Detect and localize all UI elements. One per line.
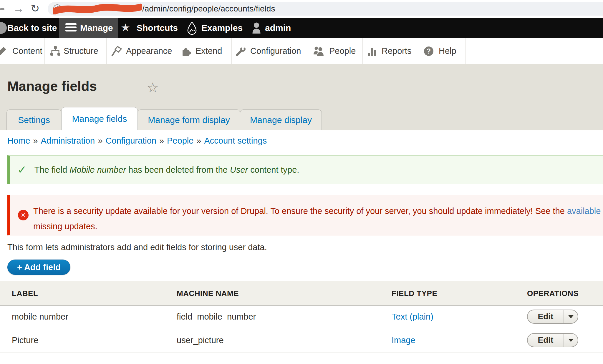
field-machine-name: field_mobile_number (177, 306, 256, 328)
menu-item-extend[interactable]: Extend (196, 38, 222, 64)
breadcrumb-administration[interactable]: Administration (41, 136, 95, 145)
breadcrumb-separator: » (156, 136, 167, 145)
breadcrumb: Home»Administration»Configuration»People… (7, 136, 267, 146)
breadcrumb-separator: » (193, 136, 204, 145)
back-to-site-icon (0, 22, 7, 34)
tab-manage-form-display[interactable]: Manage form display (138, 109, 240, 130)
drupal-drop-icon (185, 21, 198, 35)
admin-toolbar: Back to site Manage ★ Shortcuts Examples… (0, 18, 603, 38)
add-field-button[interactable]: + Add field (7, 260, 70, 275)
field-type-link[interactable]: Image (392, 335, 415, 345)
breadcrumb-account-settings[interactable]: Account settings (204, 136, 267, 145)
column-header-operations: OPERATIONS (527, 281, 579, 305)
error-cross-icon: ✕ (18, 210, 29, 220)
page-title: Manage fields (7, 78, 97, 94)
tab-manage-fields[interactable]: Manage fields (61, 107, 138, 130)
menu-item-help[interactable]: Help (439, 38, 456, 64)
field-label: mobile number (12, 306, 68, 328)
toolbar-item-manage[interactable]: Manage (59, 18, 118, 38)
back-arrow-icon[interactable] (0, 8, 4, 10)
status-message: ✓ The field Mobile number has been delet… (7, 155, 603, 184)
checkmark-icon: ✓ (17, 163, 27, 176)
pencil-icon (0, 46, 7, 56)
menu-item-configuration[interactable]: Configuration (250, 38, 301, 64)
breadcrumb-separator: » (95, 136, 105, 145)
available-updates-link[interactable]: available updates (567, 206, 603, 216)
star-icon: ★ (121, 18, 130, 38)
dropdown-arrow-icon (568, 315, 574, 318)
breadcrumb-home[interactable]: Home (7, 136, 30, 145)
table-row: mobile number field_mobile_number Text (… (0, 306, 603, 328)
puzzle-icon (181, 46, 191, 56)
menu-item-people[interactable]: People (329, 38, 356, 64)
toolbar-item-examples[interactable]: Examples (201, 18, 243, 38)
operations-dropbutton: Edit (527, 310, 578, 324)
shortcut-star-icon[interactable]: ☆ (147, 79, 159, 95)
status-message-text: The field Mobile number has been deleted… (34, 165, 299, 175)
operations-dropbutton: Edit (527, 333, 578, 347)
dropbutton-toggle[interactable] (564, 334, 578, 347)
error-message-line2: missing updates. (33, 222, 97, 231)
table-row: Picture user_picture Image Edit (0, 328, 603, 353)
tab-settings[interactable]: Settings (6, 109, 62, 130)
column-header-machine-name: MACHINE NAME (177, 281, 239, 305)
breadcrumb-separator: » (30, 136, 41, 145)
url-path-text: /admin/config/people/accounts/fields (142, 2, 275, 16)
forward-arrow-icon[interactable]: → (13, 0, 24, 18)
primary-tabs: Settings Manage fields Manage form displ… (6, 107, 322, 130)
field-type-link[interactable]: Text (plain) (392, 312, 433, 322)
user-icon (251, 22, 262, 34)
error-message-line1: There is a security update available for… (33, 206, 603, 216)
toolbar-item-admin-user[interactable]: admin (265, 18, 291, 38)
form-intro-text: This form lets administrators add and ed… (7, 242, 267, 252)
edit-button[interactable]: Edit (528, 334, 564, 347)
redaction-scribble (53, 3, 142, 14)
toolbar-item-shortcuts[interactable]: Shortcuts (137, 18, 178, 38)
menu-item-structure[interactable]: Structure (64, 38, 98, 64)
people-icon (313, 46, 324, 56)
fields-table-header: LABEL MACHINE NAME FIELD TYPE OPERATIONS (0, 281, 603, 306)
breadcrumb-people[interactable]: People (167, 136, 193, 145)
dropbutton-toggle[interactable] (564, 310, 578, 323)
browser-toolbar: → ↻ ⓘ /admin/config/people/accounts/fiel… (0, 0, 603, 18)
admin-menu-bar: Content Structure Appearance Extend Conf… (0, 38, 603, 64)
column-header-label: LABEL (12, 281, 38, 305)
sitemap-icon (50, 46, 61, 56)
address-bar[interactable]: ⓘ /admin/config/people/accounts/fields (48, 2, 603, 16)
bar-chart-icon (367, 46, 377, 56)
help-icon: ? (423, 46, 434, 56)
dropdown-arrow-icon (568, 339, 574, 342)
menu-item-appearance[interactable]: Appearance (126, 38, 172, 64)
menu-icon (65, 23, 77, 31)
page-header: Manage fields ☆ Settings Manage fields M… (0, 64, 603, 130)
tab-manage-display[interactable]: Manage display (240, 109, 322, 130)
wrench-icon (236, 46, 246, 56)
svg-text:?: ? (427, 47, 431, 55)
reload-icon[interactable]: ↻ (31, 0, 39, 18)
field-label: Picture (12, 328, 38, 353)
paintbrush-icon (111, 46, 122, 56)
back-to-site-link[interactable]: Back to site (7, 18, 57, 38)
drupal-manage-fields-screen: → ↻ ⓘ /admin/config/people/accounts/fiel… (0, 0, 603, 364)
column-header-field-type: FIELD TYPE (392, 281, 437, 305)
menu-item-reports[interactable]: Reports (382, 38, 412, 64)
manage-label: Manage (80, 18, 113, 38)
menu-item-content[interactable]: Content (12, 38, 42, 64)
field-machine-name: user_picture (177, 328, 224, 353)
edit-button[interactable]: Edit (528, 310, 564, 323)
breadcrumb-configuration[interactable]: Configuration (105, 136, 156, 145)
error-message: ✕ There is a security update available f… (7, 195, 603, 235)
